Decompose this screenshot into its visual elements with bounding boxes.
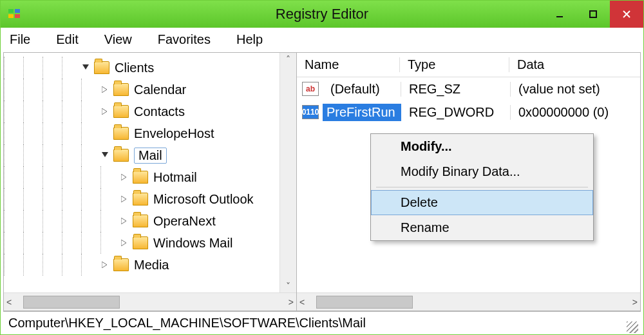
svg-marker-13 xyxy=(121,196,126,202)
menu-view[interactable]: View xyxy=(100,31,136,48)
tree-node-hotmail[interactable]: Hotmail xyxy=(4,166,296,188)
value-name: (Default) xyxy=(323,82,401,97)
tree-label: Calendar xyxy=(134,82,186,97)
menu-separator xyxy=(376,187,588,187)
tree-vertical-scrollbar[interactable]: ˄ ˅ xyxy=(279,53,296,292)
svg-rect-5 xyxy=(590,11,596,17)
context-menu: Modify... Modify Binary Data... Delete R… xyxy=(370,133,594,241)
value-data: (value not set) xyxy=(511,82,640,97)
svg-marker-11 xyxy=(102,152,108,157)
minimize-button[interactable] xyxy=(543,1,576,28)
folder-icon xyxy=(94,61,109,74)
values-header: Name Type Data xyxy=(297,53,640,77)
status-bar: Computer\HKEY_LOCAL_MACHINE\SOFTWARE\Cli… xyxy=(3,311,641,334)
folder-icon xyxy=(113,83,129,96)
folder-icon xyxy=(133,236,148,249)
tree-node-clients[interactable]: Clients xyxy=(4,57,296,79)
tree-view[interactable]: Clients Calendar Contacts xyxy=(4,53,296,292)
string-value-icon: ab xyxy=(302,82,319,96)
tree-label: Mail xyxy=(134,148,167,164)
folder-icon xyxy=(113,127,129,140)
tree-node-operanext[interactable]: OperaNext xyxy=(4,210,296,232)
tree-label: Windows Mail xyxy=(153,236,232,251)
tree-node-calendar[interactable]: Calendar xyxy=(4,79,296,100)
tree-panel: Clients Calendar Contacts xyxy=(4,53,297,311)
svg-marker-16 xyxy=(102,262,107,268)
window-buttons xyxy=(543,1,643,28)
scroll-thumb[interactable] xyxy=(23,296,120,309)
scroll-left-icon[interactable]: < xyxy=(299,297,305,307)
expand-icon[interactable] xyxy=(100,85,109,94)
tree-horizontal-scrollbar[interactable]: < > xyxy=(4,292,296,311)
value-type: REG_DWORD xyxy=(401,105,511,120)
tree-label: Hotmail xyxy=(153,170,197,185)
scroll-right-icon[interactable]: > xyxy=(632,297,638,307)
svg-marker-9 xyxy=(102,86,107,93)
resize-grip-icon[interactable] xyxy=(627,321,638,333)
tree-label: EnvelopeHost xyxy=(134,126,214,141)
scroll-left-icon[interactable]: < xyxy=(6,297,12,307)
svg-marker-8 xyxy=(82,64,89,70)
scroll-thumb[interactable] xyxy=(316,296,413,309)
expand-icon[interactable] xyxy=(120,195,129,204)
folder-icon xyxy=(133,193,148,206)
no-toggle-icon xyxy=(100,129,109,138)
scroll-up-icon[interactable]: ˄ xyxy=(280,54,296,64)
tree-label: Media xyxy=(134,258,169,273)
collapse-icon[interactable] xyxy=(100,151,109,160)
menu-edit[interactable]: Edit xyxy=(52,31,82,48)
menu-file[interactable]: File xyxy=(6,31,34,48)
svg-rect-1 xyxy=(15,9,20,13)
tree-node-msoutlook[interactable]: Microsoft Outlook xyxy=(4,188,296,210)
column-name[interactable]: Name xyxy=(297,57,400,72)
svg-rect-3 xyxy=(15,14,20,18)
value-type: REG_SZ xyxy=(401,82,511,97)
folder-icon xyxy=(113,105,129,118)
value-row-prefirstrun[interactable]: 0110 PreFirstRun REG_DWORD 0x00000000 (0… xyxy=(297,100,640,124)
scroll-down-icon[interactable]: ˅ xyxy=(280,281,296,291)
menu-favorites[interactable]: Favorites xyxy=(154,31,214,48)
tree-node-winmail[interactable]: Windows Mail xyxy=(4,232,296,254)
status-path: Computer\HKEY_LOCAL_MACHINE\SOFTWARE\Cli… xyxy=(8,316,366,330)
column-type[interactable]: Type xyxy=(400,57,509,72)
tree-node-contacts[interactable]: Contacts xyxy=(4,100,296,122)
expand-icon[interactable] xyxy=(120,173,129,182)
svg-rect-0 xyxy=(8,9,14,13)
svg-marker-10 xyxy=(102,108,107,115)
column-data[interactable]: Data xyxy=(509,57,640,72)
ctx-delete[interactable]: Delete xyxy=(371,190,593,215)
values-horizontal-scrollbar[interactable]: < > xyxy=(297,292,640,311)
tree-label: Clients xyxy=(115,61,154,75)
dword-value-icon: 0110 xyxy=(302,105,319,119)
tree-label: Microsoft Outlook xyxy=(153,192,254,207)
svg-marker-14 xyxy=(121,218,126,224)
ctx-modify-binary[interactable]: Modify Binary Data... xyxy=(371,159,593,184)
tree-node-envelopehost[interactable]: EnvelopeHost xyxy=(4,122,296,144)
ctx-modify[interactable]: Modify... xyxy=(371,134,593,159)
svg-marker-12 xyxy=(121,174,126,180)
tree-label: OperaNext xyxy=(153,214,216,229)
menu-bar: File Edit View Favorites Help xyxy=(1,28,643,51)
value-data: 0x00000000 (0) xyxy=(511,105,640,120)
folder-open-icon xyxy=(113,149,129,162)
maximize-button[interactable] xyxy=(576,1,610,28)
svg-rect-2 xyxy=(8,14,14,18)
tree-node-mail[interactable]: Mail xyxy=(4,144,296,166)
close-button[interactable] xyxy=(610,1,643,28)
value-row-default[interactable]: ab (Default) REG_SZ (value not set) xyxy=(297,77,640,100)
collapse-icon[interactable] xyxy=(81,63,90,72)
tree-node-media[interactable]: Media xyxy=(4,254,296,276)
expand-icon[interactable] xyxy=(100,107,109,116)
menu-help[interactable]: Help xyxy=(232,31,267,48)
svg-marker-15 xyxy=(121,240,126,246)
tree-label: Contacts xyxy=(134,104,185,119)
expand-icon[interactable] xyxy=(120,216,129,225)
ctx-rename[interactable]: Rename xyxy=(371,215,593,240)
scroll-right-icon[interactable]: > xyxy=(289,297,294,307)
title-bar[interactable]: Registry Editor xyxy=(1,1,643,28)
app-icon xyxy=(7,6,23,22)
value-name: PreFirstRun xyxy=(323,104,401,121)
folder-icon xyxy=(133,215,148,227)
expand-icon[interactable] xyxy=(100,260,109,269)
expand-icon[interactable] xyxy=(120,238,129,247)
